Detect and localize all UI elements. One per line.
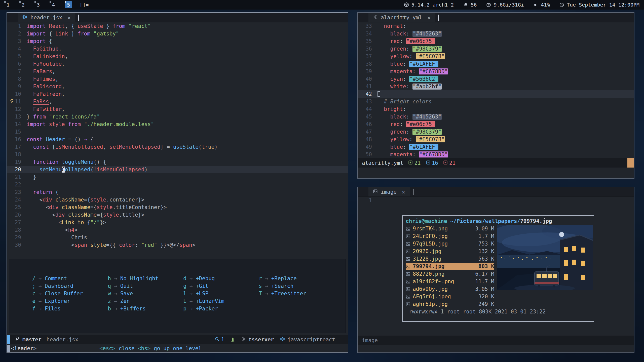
code-line[interactable]: 9 FaDiscord, [7, 83, 348, 90]
code-line[interactable]: 10 FaPatreon, [7, 90, 348, 98]
code-line[interactable]: 11 FaRss, [7, 98, 348, 105]
file-list-item[interactable]: ad6v9Oy.jpg3.05 M [406, 285, 494, 293]
whichkey-binding[interactable]: z→Zen [106, 297, 181, 305]
code-line[interactable]: 42 [358, 90, 634, 98]
file-list-item[interactable]: 20920.jpg132 K [406, 248, 494, 255]
code-area[interactable]: 33 normal:34 black: "#4b5263"35 red: "#e… [358, 22, 634, 158]
workspace-tag-2[interactable]: 2 [20, 1, 27, 8]
code-line[interactable]: 20 setMenuCollapsed(!isMenuCollapsed) [7, 166, 348, 173]
code-line[interactable]: 12 FaTwitter, [7, 105, 348, 113]
code-line[interactable]: 5 FaLinkedin, [7, 53, 348, 60]
file-list-item[interactable]: aghr5Ip.jpg249 K [406, 300, 494, 308]
code-line[interactable]: 25 <div className={style.titleContainer}… [7, 204, 348, 211]
close-icon[interactable]: × [67, 14, 71, 21]
code-line[interactable]: 33 normal: [358, 22, 634, 30]
code-line[interactable]: 13} from "react-icons/fa" [7, 113, 348, 120]
file-list-item[interactable]: 97q9L5D.jpg753 K [406, 240, 494, 248]
code-line[interactable]: 26 <div className={style.title}> [7, 211, 348, 219]
scroll-indicator[interactable] [627, 158, 634, 168]
code-line[interactable]: 17 const [isMenuCollapsed, setMenuCollap… [7, 143, 348, 151]
code-line[interactable]: 21 } [7, 173, 348, 181]
code-line[interactable]: 16const Header = () ⇒ { [7, 136, 348, 143]
whichkey-binding[interactable]: g→+Git [181, 282, 257, 290]
code-line[interactable]: 7 FaBars, [7, 68, 348, 75]
tab-title: header.jsx [30, 15, 62, 21]
tab-header-jsx[interactable]: header.jsx × [18, 13, 75, 22]
code-line[interactable]: 44 bright: [358, 105, 634, 113]
code-line[interactable]: 14import style from "./header.module.les… [7, 120, 348, 128]
code-line[interactable]: 4 FaGithub, [7, 45, 348, 53]
code-line[interactable]: 1import React, { useState } from "react" [7, 22, 348, 30]
whichkey-binding[interactable]: h→No Highlight [106, 275, 181, 282]
code-line[interactable]: 36 green: "#98C379" [358, 45, 634, 53]
workspace-tag-4[interactable]: 4 [50, 1, 57, 8]
code-line[interactable]: 19 function toggleMenu() { [7, 158, 348, 166]
whichkey-binding[interactable]: w→Save [106, 290, 181, 297]
close-icon[interactable]: × [402, 189, 405, 195]
tab-image[interactable]: image × [368, 187, 410, 196]
code-line[interactable]: 49 blue: "#61AFEF" [358, 143, 634, 151]
whichkey-binding[interactable]: b→+Buffers [106, 305, 181, 312]
code-line[interactable]: 8 FaTimes, [7, 75, 348, 83]
git-branch[interactable]: master [15, 336, 42, 343]
code-line[interactable]: 28 <h4> [7, 226, 348, 234]
workspace-tag-3[interactable]: 3 [35, 1, 42, 8]
whichkey-binding[interactable]: d→+Debug [181, 275, 257, 282]
whichkey-binding[interactable]: q→Quit [106, 282, 181, 290]
code-line[interactable]: 18 [7, 151, 348, 158]
whichkey-binding[interactable]: f→Files [30, 305, 106, 312]
file-list-item[interactable]: 9rsmTK4.png3.09 M [406, 225, 494, 232]
whichkey-binding[interactable]: L→+LunarVim [181, 297, 257, 305]
code-line[interactable]: 27 <Link to={"/"}> [7, 219, 348, 226]
code-line[interactable]: 23 return ( [7, 188, 348, 196]
code-line[interactable]: 47 green: "#98C379" [358, 128, 634, 136]
code-line[interactable]: 29 Chris [7, 234, 348, 241]
code-line[interactable]: 3import { [7, 37, 348, 45]
code-line[interactable]: 41 white: "#abb2bf" [358, 83, 634, 90]
status-package: 5.14.2-arch1-2 [404, 2, 454, 8]
close-icon[interactable]: × [427, 14, 431, 21]
code-line[interactable]: 35 red: "#e06c75" [358, 37, 634, 45]
code-line[interactable]: 38 blue: "#61AFEF" [358, 60, 634, 68]
code-line[interactable]: 22 [7, 181, 348, 188]
diagnostics-count[interactable]: 1 [215, 337, 224, 343]
code-line[interactable]: 40 cyan: "#56B6C2" [358, 75, 634, 83]
code-line[interactable]: 6 FaYoutube, [7, 60, 348, 68]
code-line[interactable]: 50 magenta: "#C678DD" [358, 151, 634, 158]
command-line[interactable]: <leader> <esc>close<bs>go up one level [7, 344, 348, 352]
code-line[interactable]: 2import { Link } from "gatsby" [7, 30, 348, 37]
whichkey-binding[interactable]: c→Close Buffer [30, 290, 106, 297]
file-list-item[interactable]: AFq5r6j.jpeg320 K [406, 293, 494, 300]
whichkey-binding[interactable]: e→Explorer [30, 297, 106, 305]
file-list-item[interactable]: 882720.png6.17 M [406, 270, 494, 278]
whichkey-binding[interactable]: r→+Replace [257, 275, 332, 282]
code-line[interactable]: 39 magenta: "#C678DD" [358, 68, 634, 75]
code-line[interactable]: 45 black: "#4b5263" [358, 113, 634, 120]
terminal-buffer[interactable]: 1 chris@machine ~/Pictures/wallpapers/79… [358, 197, 634, 336]
code-line[interactable]: 37 yellow: "#E5C07B" [358, 53, 634, 60]
code-line[interactable]: 30 <span style={{ color: "red" }}>@</spa… [7, 241, 348, 249]
whichkey-binding[interactable]: /→Comment [30, 275, 106, 282]
code-line[interactable]: 46 red: "#e06c75" [358, 120, 634, 128]
code-line[interactable]: 48 yellow: "#E5C07B" [358, 136, 634, 143]
layout-symbol[interactable]: []= [80, 2, 89, 8]
tab-alacritty-yml[interactable]: alacritty.yml × [368, 13, 435, 22]
whichkey-binding[interactable]: l→+LSP [181, 290, 257, 297]
workspace-tag-5[interactable]: 5 [65, 1, 72, 8]
whichkey-binding[interactable]: p→+Packer [181, 305, 257, 312]
code-line[interactable]: 43 # Bright colors [358, 98, 634, 105]
whichkey-binding[interactable]: T→+Treesitter [257, 290, 332, 297]
code-line[interactable]: 34 black: "#4b5263" [358, 30, 634, 37]
lightbulb-icon[interactable] [10, 99, 14, 103]
code-line[interactable]: 15 [7, 128, 348, 136]
file-list-item[interactable]: 31228.jpg563 K [406, 255, 494, 263]
code-area[interactable]: 1import React, { useState } from "react"… [7, 22, 348, 335]
file-list-item[interactable]: 799794.jpg803 K [406, 263, 494, 270]
whichkey-binding[interactable]: s→+Search [257, 282, 332, 290]
workspace-tag-1[interactable]: 1 [5, 1, 12, 8]
file-list-item[interactable]: 24LrDFQ.jpg1.7 M [406, 232, 494, 240]
file-list-item[interactable]: a19c482f~.png11.7 M [406, 278, 494, 285]
code-line[interactable]: 24 <div className={style.container}> [7, 196, 348, 204]
file-name: a19c482f~.png [413, 278, 454, 285]
whichkey-binding[interactable]: ;→Dashboard [30, 282, 106, 290]
